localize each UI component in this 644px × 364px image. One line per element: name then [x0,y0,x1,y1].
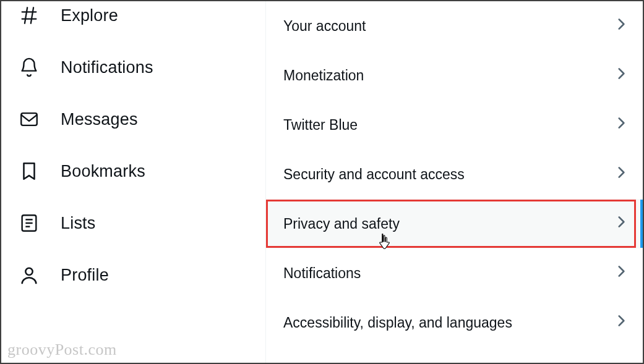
envelope-icon [19,109,40,130]
settings-panel: Your account Monetization Twitter Blue S… [266,1,643,363]
selection-indicator [640,200,643,248]
hash-icon [19,5,40,26]
bookmark-icon [19,161,40,182]
nav-messages[interactable]: Messages [19,100,265,138]
svg-line-2 [25,7,27,23]
chevron-right-icon [613,263,629,283]
settings-accessibility-display-languages[interactable]: Accessibility, display, and languages [266,298,643,347]
settings-item-label: Your account [283,18,366,35]
settings-twitter-blue[interactable]: Twitter Blue [266,100,643,150]
nav-explore[interactable]: Explore [19,1,265,35]
chevron-right-icon [613,214,629,234]
settings-security-account-access[interactable]: Security and account access [266,150,643,199]
settings-privacy-safety[interactable]: Privacy and safety [266,199,643,248]
svg-point-9 [25,268,32,275]
bell-icon [19,57,40,78]
svg-rect-4 [21,113,37,125]
nav-label: Explore [61,6,118,25]
settings-item-label: Monetization [283,67,364,84]
nav-lists[interactable]: Lists [19,204,265,242]
profile-icon [19,265,40,286]
chevron-right-icon [613,66,629,85]
nav-label: Messages [61,110,138,129]
settings-item-label: Twitter Blue [283,117,358,133]
nav-label: Bookmarks [61,162,145,181]
sidebar-nav: Explore Notifications Messages [1,1,266,363]
settings-monetization[interactable]: Monetization [266,51,643,100]
settings-item-label: Security and account access [283,166,465,183]
nav-label: Notifications [61,58,153,77]
settings-notifications[interactable]: Notifications [266,248,643,298]
nav-notifications[interactable]: Notifications [19,48,265,87]
settings-your-account[interactable]: Your account [266,1,643,51]
settings-item-label: Privacy and safety [283,216,400,232]
nav-bookmarks[interactable]: Bookmarks [19,152,265,190]
nav-label: Lists [61,214,96,233]
nav-label: Profile [61,266,109,285]
settings-item-label: Notifications [283,265,361,282]
chevron-right-icon [613,16,629,36]
nav-profile[interactable]: Profile [19,256,265,294]
chevron-right-icon [613,313,629,332]
svg-line-3 [31,7,33,23]
settings-item-label: Accessibility, display, and languages [283,315,512,331]
chevron-right-icon [613,115,629,135]
list-icon [19,213,40,234]
chevron-right-icon [613,164,629,184]
